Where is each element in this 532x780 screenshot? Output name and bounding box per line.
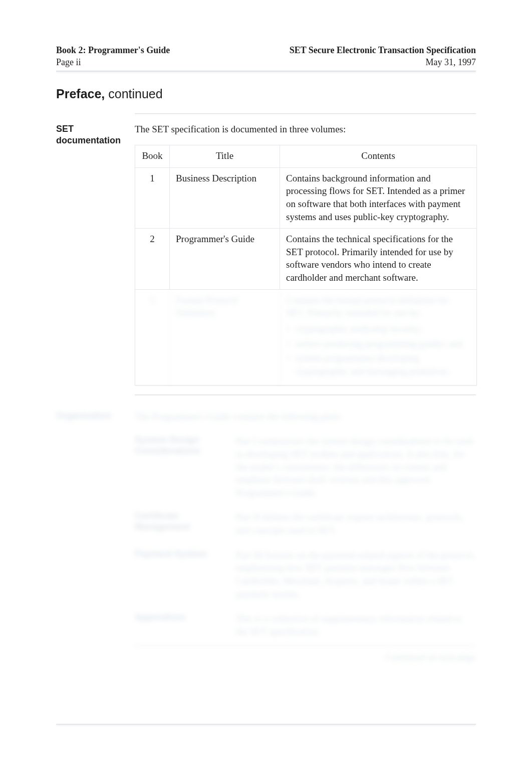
section-set-documentation: SET documentation The SET specification …	[56, 123, 476, 395]
col-title: Title	[169, 145, 280, 167]
runhead-left-title: Book 2: Programmer's Guide	[56, 44, 170, 56]
part-row: System Design Considerations Part I summ…	[135, 430, 476, 506]
col-contents: Contents	[280, 145, 476, 167]
runhead-right-date: May 31, 1997	[290, 56, 476, 68]
cell-contents: Contains the technical specifications fo…	[280, 229, 476, 289]
cell-title: Business Description	[169, 168, 280, 229]
part-desc: Part III focuses on the payment-related …	[236, 549, 476, 601]
cell-book: 1	[135, 168, 169, 229]
part-name: Appendices	[135, 612, 225, 638]
table-header-row: Book Title Contents	[135, 145, 476, 167]
organization-intro: The Programmer's Guide contains the foll…	[135, 410, 476, 423]
rule	[135, 113, 476, 114]
part-desc: This is a collection of supplementary in…	[236, 612, 476, 638]
part-name: System Design Considerations	[135, 435, 225, 499]
part-row: Appendices This is a collection of suppl…	[135, 607, 476, 645]
col-book: Book	[135, 145, 169, 167]
table-row: 2 Programmer's Guide Contains the techni…	[135, 228, 476, 289]
header-rule	[56, 71, 476, 72]
cell-book: 2	[135, 229, 169, 289]
part-desc: Part I summarizes the system design cons…	[236, 435, 476, 499]
running-head: Book 2: Programmer's Guide Page ii SET S…	[56, 44, 476, 69]
section-label-set-doc: SET documentation	[56, 123, 128, 395]
preface-continued: continued	[105, 87, 162, 101]
set-doc-intro: The SET specification is documented in t…	[135, 123, 476, 136]
cell-contents: Contains background information and proc…	[280, 168, 476, 229]
continued-on-next-page: Continued on next page	[135, 651, 476, 664]
cell-title: Programmer's Guide	[169, 229, 280, 289]
footer-rule	[56, 724, 476, 725]
rule	[135, 645, 476, 646]
part-name: Certificate Management	[135, 511, 225, 536]
parts-table: System Design Considerations Part I summ…	[135, 430, 476, 645]
part-desc: Part II defines the certificate request …	[236, 511, 476, 536]
cell-title: Formal Protocol Definition	[169, 290, 280, 385]
table-row: 3 Formal Protocol Definition Contains th…	[135, 289, 476, 385]
section-organization: Organization The Programmer's Guide cont…	[56, 410, 476, 664]
part-row: Certificate Management Part II defines t…	[135, 506, 476, 543]
section-heading: Preface, continued	[56, 86, 476, 103]
part-row: Payment System Part III focuses on the p…	[135, 544, 476, 608]
row3-lead: Contains the formal protocol definition …	[286, 295, 449, 318]
rule	[135, 395, 476, 395]
row3-bullet: cryptographic analyzing security;	[286, 322, 468, 335]
cell-contents: Contains the formal protocol definition …	[280, 290, 476, 385]
section-label-organization: Organization	[56, 410, 128, 664]
cell-book: 3	[135, 290, 169, 385]
row3-bullet: system programmers developing cryptograp…	[286, 352, 468, 377]
row3-bullet: writers producing programming guides; an…	[286, 337, 468, 350]
table-row: 1 Business Description Contains backgrou…	[135, 167, 476, 229]
runhead-right-title: SET Secure Electronic Transaction Specif…	[290, 44, 476, 56]
part-name: Payment System	[135, 549, 225, 601]
books-table: Book Title Contents 1 Business Descripti…	[135, 145, 477, 385]
runhead-left-page: Page ii	[56, 56, 170, 68]
preface-word: Preface,	[56, 87, 105, 101]
